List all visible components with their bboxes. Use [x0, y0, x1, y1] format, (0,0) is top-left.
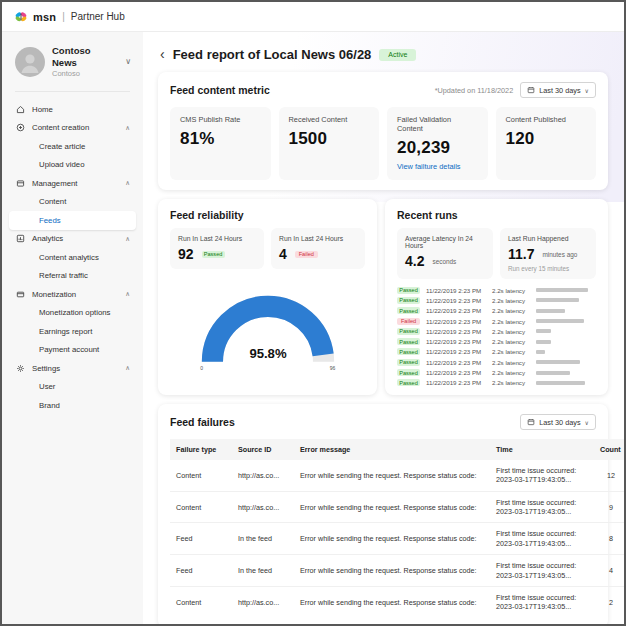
count-cell: 9 [594, 491, 626, 523]
sidebar-item-settings[interactable]: Settings ∧ [9, 359, 136, 378]
calendar-icon [527, 418, 535, 426]
run-bar [536, 340, 551, 344]
sidebar-item-label: Monetization options [39, 308, 111, 317]
run-time: 11/22/2019 2:23 PM [426, 318, 486, 325]
tile-label: Average Latency In 24 Hours [405, 235, 485, 249]
sidebar-item-analytics[interactable]: Analytics ∧ [9, 230, 136, 249]
back-chevron-icon[interactable]: ‹ [160, 47, 165, 61]
account-text: Contoso News Contoso [52, 45, 116, 78]
failed-badge: Failed [295, 251, 318, 258]
run-status-badge: Passed [397, 379, 420, 386]
view-failure-details-link[interactable]: View failture details [397, 162, 478, 171]
run-row: Failed 11/22/2019 2:23 PM 2.2s latency [397, 317, 596, 325]
brand-separator: | [62, 11, 65, 22]
error-message-cell: Error while sending the request. Respons… [294, 555, 490, 587]
run-bar [536, 371, 570, 375]
sidebar-item-monetization[interactable]: Monetization ∧ [9, 285, 136, 304]
source-id-cell: http://as.co... [232, 460, 294, 491]
feed-failures-card: Feed failures Last 30 days ∨ Failure typ… [158, 404, 608, 626]
run-latency: 2.2s latency [492, 318, 530, 325]
sidebar: Contoso News Contoso ∨ Home Conte [2, 32, 143, 624]
sidebar-item-content-creation[interactable]: Content creation ∧ [9, 119, 136, 138]
metric-tile-content-published: Content Published 120 [496, 107, 597, 180]
sidebar-item-user[interactable]: User [9, 378, 136, 397]
tile-value: 11.7 [508, 246, 534, 262]
avatar [15, 47, 45, 77]
main-content: ‹ Feed report of Local News 06/28 Active… [143, 32, 624, 624]
run-bar-track [536, 381, 596, 385]
error-message-cell: Error while sending the request. Respons… [294, 586, 490, 617]
chevron-down-icon: ∨ [585, 87, 589, 94]
run-latency: 2.2s latency [492, 307, 530, 314]
run-latency: 2.2s latency [492, 348, 530, 355]
recent-runs-tiles: Average Latency In 24 Hours 4.2 seconds … [397, 228, 596, 279]
sidebar-item-content-analytics[interactable]: Content analytics [9, 248, 136, 267]
error-message-cell: Error while sending the request. Respons… [294, 491, 490, 523]
run-status-badge: Passed [397, 369, 420, 376]
sidebar-item-feeds[interactable]: Feeds [9, 211, 136, 230]
chevron-up-icon[interactable]: ∧ [125, 235, 130, 243]
sidebar-item-label: Home [32, 105, 53, 114]
updated-label: *Updated on 11/18/2022 [435, 86, 514, 95]
card-head-right: *Updated on 11/18/2022 Last 30 days ∨ [435, 82, 596, 98]
sidebar-item-upload-video[interactable]: Upload video [9, 156, 136, 175]
sidebar-item-referral-traffic[interactable]: Referral traffic [9, 267, 136, 286]
run-bar [536, 298, 579, 302]
run-latency: 2.2s latency [492, 338, 530, 345]
sidebar-item-label: Earnings report [39, 327, 92, 336]
run-time: 11/22/2019 2:23 PM [426, 287, 486, 294]
run-time: 11/22/2019 2:23 PM [426, 359, 486, 366]
sidebar-item-label: Payment account [39, 345, 99, 354]
run-row: Passed 11/22/2019 2:23 PM 2.2s latency [397, 368, 596, 376]
run-status-badge: Passed [397, 297, 420, 304]
run-row: Passed 11/22/2019 2:23 PM 2.2s latency [397, 296, 596, 304]
sidebar-item-payment-account[interactable]: Payment account [9, 341, 136, 360]
sidebar-item-management[interactable]: Management ∧ [9, 174, 136, 193]
sidebar-item-home[interactable]: Home [9, 100, 136, 119]
chevron-up-icon[interactable]: ∧ [125, 179, 130, 187]
chevron-up-icon[interactable]: ∧ [125, 364, 130, 372]
feed-content-metric-card: Feed content metric *Updated on 11/18/20… [158, 72, 608, 190]
failure-type-cell: Feed [170, 555, 232, 587]
chevron-down-icon[interactable]: ∨ [123, 55, 133, 68]
source-id-cell: In the feed [232, 523, 294, 555]
run-status-badge: Passed [397, 359, 420, 366]
failures-date-range-dropdown[interactable]: Last 30 days ∨ [520, 414, 596, 430]
chevron-up-icon[interactable]: ∧ [125, 124, 130, 132]
run-row: Passed 11/22/2019 2:23 PM 2.2s latency [397, 379, 596, 387]
sidebar-item-earnings-report[interactable]: Earnings report [9, 322, 136, 341]
run-row: Passed 11/22/2019 2:23 PM 2.2s latency [397, 337, 596, 345]
run-bar [536, 329, 551, 333]
brand-name: msn [33, 11, 56, 23]
run-bar-track [536, 371, 596, 375]
tile-value: 4 [279, 246, 287, 262]
tile-unit: minutes ago [542, 251, 577, 258]
sidebar-divider [15, 91, 130, 92]
source-id-cell: http://as.co... [232, 586, 294, 617]
run-row: Passed 11/22/2019 2:23 PM 2.2s latency [397, 307, 596, 315]
sidebar-item-brand[interactable]: Brand [9, 396, 136, 415]
sidebar-item-content[interactable]: Content [9, 193, 136, 212]
run-status-badge: Passed [397, 328, 420, 335]
sidebar-item-label: Feeds [39, 216, 61, 225]
date-range-dropdown[interactable]: Last 30 days ∨ [520, 82, 596, 98]
account-switcher[interactable]: Contoso News Contoso ∨ [2, 32, 143, 88]
run-status-badge: Passed [397, 348, 420, 355]
sidebar-item-monetization-options[interactable]: Monetization options [9, 304, 136, 323]
run-bar [536, 288, 588, 292]
sidebar-item-label: Content [39, 197, 66, 206]
sidebar-item-label: Upload video [39, 160, 85, 169]
sidebar-nav: Home Content creation ∧ Create article U… [2, 100, 143, 415]
gauge-max-label: 96 [329, 365, 335, 371]
run-latency: 2.2s latency [492, 359, 530, 366]
date-range-label: Last 30 days [539, 86, 580, 95]
metric-tile-received-content: Received Content 1500 [279, 107, 380, 180]
run-status-badge: Passed [397, 338, 420, 345]
run-time: 11/22/2019 2:23 PM [426, 307, 486, 314]
metric-value: 120 [506, 129, 587, 149]
sidebar-item-create-article[interactable]: Create article [9, 137, 136, 156]
table-row: Content http://as.co... Error while send… [170, 460, 626, 491]
run-latency: 2.2s latency [492, 287, 530, 294]
table-row: Feed In the feed Error while sending the… [170, 555, 626, 587]
chevron-up-icon[interactable]: ∧ [125, 290, 130, 298]
